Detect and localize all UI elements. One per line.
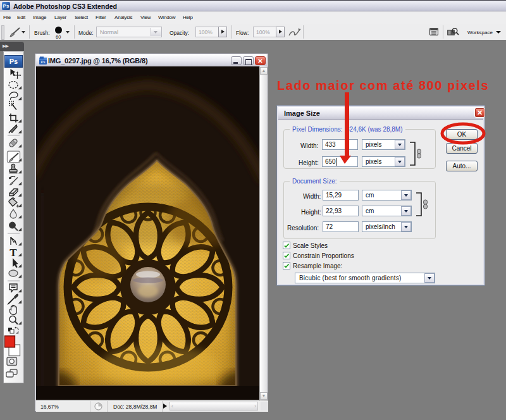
svg-text:T: T [9,247,17,259]
svg-text:Ps: Ps [40,60,45,64]
